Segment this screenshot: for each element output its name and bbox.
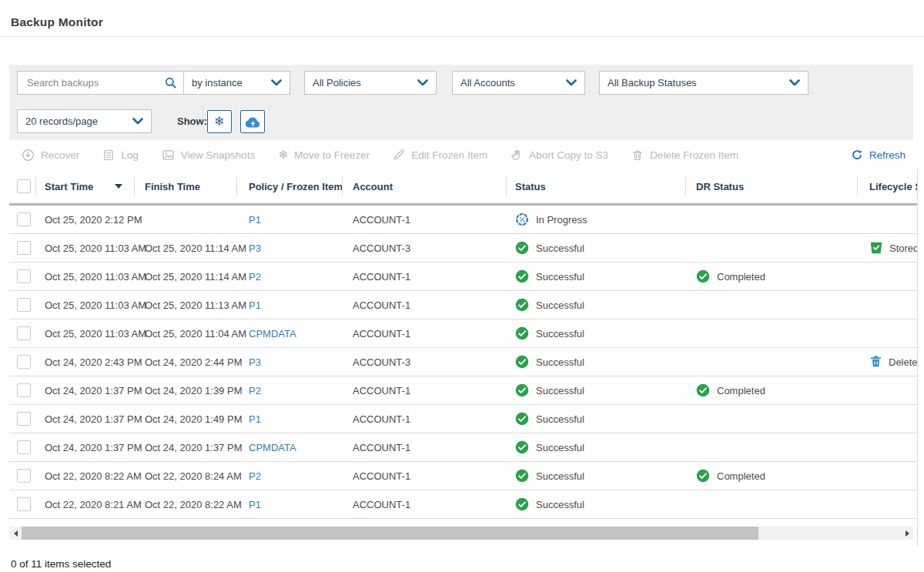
row-checkbox-cell xyxy=(9,355,35,369)
column-header-lifecycle-status[interactable]: Lifecycle Status xyxy=(857,169,918,203)
delete-frozen-item-button[interactable]: Delete Frozen Item xyxy=(631,149,738,162)
cell-start-time: Oct 25, 2020 11:03 AM xyxy=(35,243,134,254)
policy-link[interactable]: P3 xyxy=(249,356,261,368)
chevron-down-icon xyxy=(417,79,428,86)
cell-status: Successful xyxy=(506,326,685,340)
row-checkbox-cell xyxy=(9,269,35,283)
horizontal-scrollbar[interactable] xyxy=(9,527,913,540)
cell-status: Successful xyxy=(506,469,685,483)
row-checkbox[interactable] xyxy=(17,497,31,511)
search-by-select[interactable]: by instance xyxy=(184,72,290,94)
scroll-left-arrow[interactable] xyxy=(9,527,22,540)
freezer-filter-toggle[interactable]: ❄ xyxy=(207,110,232,133)
status-label: Successful xyxy=(536,271,584,283)
view-snapshots-label: View Snapshots xyxy=(181,149,256,161)
row-checkbox[interactable] xyxy=(17,212,31,226)
row-checkbox[interactable] xyxy=(17,326,31,340)
row-checkbox-cell xyxy=(9,298,35,312)
accounts-select[interactable]: All Accounts xyxy=(452,71,585,95)
row-checkbox[interactable] xyxy=(17,298,31,312)
table-row: Oct 22, 2020 8:22 AMOct 22, 2020 8:24 AM… xyxy=(9,462,918,490)
row-checkbox-cell xyxy=(9,326,35,340)
abort-copy-to-s3-button[interactable]: Abort Copy to S3 xyxy=(511,149,608,162)
cell-dr-status: Completed xyxy=(685,383,857,397)
policy-link[interactable]: CPMDATA xyxy=(249,442,296,453)
column-header-policy[interactable]: Policy / Frozen Item xyxy=(236,169,342,203)
backup-table: Start Time Finish Time Policy / Frozen I… xyxy=(9,169,918,546)
search-icon[interactable] xyxy=(164,76,177,89)
cell-finish-time: Oct 24, 2020 2:44 PM xyxy=(134,356,236,368)
edit-frozen-item-button[interactable]: Edit Frozen Item xyxy=(393,149,487,161)
status-label: Successful xyxy=(536,299,584,311)
search-by-value: by instance xyxy=(192,77,243,89)
success-check-icon xyxy=(515,298,529,312)
policy-link[interactable]: CPMDATA xyxy=(249,328,296,340)
success-check-icon xyxy=(696,383,710,397)
policies-select[interactable]: All Policies xyxy=(304,71,437,95)
stored-bucket-check-icon xyxy=(869,241,883,255)
log-button[interactable]: Log xyxy=(102,149,139,162)
cell-policy: P1 xyxy=(236,413,342,425)
row-checkbox-cell xyxy=(9,412,35,426)
policy-link[interactable]: P1 xyxy=(249,499,261,510)
policies-value: All Policies xyxy=(313,77,361,89)
recover-button[interactable]: Recover xyxy=(22,149,79,162)
cell-finish-time: Oct 25, 2020 11:14 AM xyxy=(134,243,236,254)
table-row: Oct 25, 2020 11:03 AMOct 25, 2020 11:14 … xyxy=(9,234,918,263)
s3-copy-filter-toggle[interactable] xyxy=(240,110,265,133)
success-check-icon xyxy=(515,355,529,369)
table-row: Oct 22, 2020 8:21 AMOct 22, 2020 8:22 AM… xyxy=(9,490,918,519)
row-checkbox-cell xyxy=(9,497,35,511)
status-label: Successful xyxy=(536,442,584,453)
cell-account: ACCOUNT-1 xyxy=(342,214,506,226)
cell-policy: P2 xyxy=(236,470,342,482)
cell-start-time: Oct 22, 2020 8:21 AM xyxy=(35,499,134,510)
policy-link[interactable]: P2 xyxy=(249,271,261,283)
cell-start-time: Oct 24, 2020 1:37 PM xyxy=(35,385,134,396)
row-checkbox[interactable] xyxy=(17,355,31,369)
row-checkbox[interactable] xyxy=(17,440,31,454)
scrollbar-thumb[interactable] xyxy=(22,527,758,540)
row-checkbox[interactable] xyxy=(17,383,31,397)
table-row: Oct 24, 2020 1:37 PMOct 24, 2020 1:49 PM… xyxy=(9,405,918,433)
policy-link[interactable]: P3 xyxy=(249,243,261,254)
search-box xyxy=(18,72,184,94)
cell-policy: P1 xyxy=(236,214,342,226)
select-all-checkbox[interactable] xyxy=(17,179,31,193)
column-header-status[interactable]: Status xyxy=(506,169,685,203)
filter-panel: by instance All Policies All Accounts Al… xyxy=(9,65,913,140)
policy-link[interactable]: P2 xyxy=(249,385,261,396)
backup-statuses-select[interactable]: All Backup Statuses xyxy=(599,71,808,95)
show-label: Show: xyxy=(177,115,207,127)
records-per-page-select[interactable]: 20 records/page xyxy=(17,109,152,133)
row-checkbox[interactable] xyxy=(17,241,31,255)
policy-link[interactable]: P1 xyxy=(249,413,261,425)
search-input[interactable] xyxy=(25,76,164,89)
row-checkbox[interactable] xyxy=(17,412,31,426)
cell-start-time: Oct 25, 2020 11:03 AM xyxy=(35,299,134,311)
table-toolbar: Recover Log View Snapshots ❄ Move to Fre… xyxy=(9,140,906,169)
success-check-icon xyxy=(696,469,710,483)
column-header-account[interactable]: Account xyxy=(342,169,506,203)
success-check-icon xyxy=(515,383,529,397)
dr-status-label: Completed xyxy=(717,271,765,283)
table-row: Oct 25, 2020 11:03 AMOct 25, 2020 11:04 … xyxy=(9,319,918,348)
scroll-right-arrow[interactable] xyxy=(901,527,913,540)
view-snapshots-button[interactable]: View Snapshots xyxy=(162,149,256,162)
cell-start-time: Oct 24, 2020 1:37 PM xyxy=(35,413,134,425)
column-header-finish-time[interactable]: Finish Time xyxy=(134,169,236,203)
move-to-freezer-button[interactable]: ❄ Move to Freezer xyxy=(278,149,370,161)
row-checkbox[interactable] xyxy=(17,469,31,483)
sort-desc-icon xyxy=(115,184,122,189)
policy-link[interactable]: P1 xyxy=(249,299,261,311)
column-header-start-time[interactable]: Start Time xyxy=(35,169,134,203)
row-checkbox[interactable] xyxy=(17,269,31,283)
cell-start-time: Oct 24, 2020 1:37 PM xyxy=(35,442,134,453)
cell-finish-time: Oct 24, 2020 1:49 PM xyxy=(134,413,236,425)
refresh-button[interactable]: Refresh xyxy=(851,149,906,161)
cell-policy: P1 xyxy=(236,499,342,510)
policy-link[interactable]: P2 xyxy=(249,470,261,482)
success-check-icon xyxy=(515,497,529,511)
policy-link[interactable]: P1 xyxy=(249,214,261,226)
column-header-dr-status[interactable]: DR Status xyxy=(685,169,857,203)
